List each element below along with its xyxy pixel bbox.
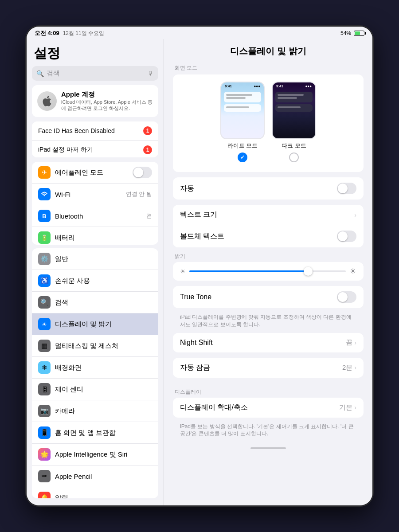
home-screen-row[interactable]: 📱 홈 화면 및 앱 보관함 (32, 422, 158, 444)
bold-toggle[interactable] (337, 231, 356, 242)
notifications-label: 알림 (55, 494, 152, 498)
sun-small-icon: ☀ (180, 268, 186, 275)
accessibility-row[interactable]: ♿ 손쉬운 사용 (32, 270, 158, 292)
search-settings-row[interactable]: 🔍 검색 (32, 292, 158, 313)
pencil-icon: ✏ (38, 470, 51, 482)
control-center-label: 제어 센터 (55, 385, 152, 394)
camera-row[interactable]: 📷 카메라 (32, 400, 158, 422)
notif-text-2: iPad 설정 마저 하기 (38, 146, 93, 154)
battery-icon (354, 31, 364, 36)
status-time: 오전 4:09 (35, 29, 59, 37)
apple-logo (37, 91, 57, 111)
night-shift-section: Night Shift 끔 › (173, 333, 364, 352)
scroll-indicator (250, 447, 286, 449)
brightness-thumb[interactable] (304, 267, 313, 276)
general-icon: ⚙️ (38, 253, 51, 265)
siri-row[interactable]: 🌟 Apple Intelligence 및 Siri (32, 444, 158, 466)
bluetooth-value: 켬 (146, 212, 152, 220)
wifi-row[interactable]: Wi-Fi 연결 안 됨 (32, 184, 158, 205)
light-mode-option[interactable]: 9:41 ●●● (220, 82, 265, 162)
notifications-icon: 🔔 (38, 492, 51, 498)
battery-percentage: 54% (340, 30, 351, 36)
control-center-row[interactable]: 🎛 제어 센터 (32, 379, 158, 400)
sidebar: 설정 🔍 검색 🎙 Apple 계정 (27, 39, 164, 505)
brightness-section-label: 밝기 (173, 253, 364, 262)
display-brightness-row[interactable]: ☀ 디스플레이 및 밝기 (32, 313, 158, 335)
display-scale-value: 기본 (339, 403, 352, 412)
multitasking-row[interactable]: ▦ 멀티태스킹 및 제스처 (32, 335, 158, 357)
battery-label: 배터리 (55, 234, 152, 242)
brightness-track[interactable] (189, 270, 346, 272)
search-placeholder: 검색 (47, 69, 145, 78)
auto-lock-row[interactable]: 자동 잠금 2분 › (173, 358, 364, 378)
wifi-icon (38, 188, 51, 200)
main-content: 설정 🔍 검색 🎙 Apple 계정 (27, 39, 372, 505)
light-mode-radio[interactable] (238, 153, 247, 162)
text-size-chevron: › (354, 211, 356, 219)
airplane-toggle[interactable] (133, 167, 152, 178)
bold-text-row[interactable]: 볼드체 텍스트 (173, 225, 364, 247)
airplane-mode-row[interactable]: ✈ 에어플레인 모드 (32, 162, 158, 184)
pencil-row[interactable]: ✏ Apple Pencil (32, 466, 158, 487)
mic-icon: 🎙 (148, 70, 154, 77)
notifications-row[interactable]: 🔔 알림 (32, 487, 158, 498)
home-screen-label: 홈 화면 및 앱 보관함 (55, 429, 152, 437)
brightness-slider-container[interactable]: ☀ ☀ (180, 266, 356, 276)
bold-text-label: 볼드체 텍스트 (180, 232, 337, 241)
pencil-label: Apple Pencil (55, 473, 152, 480)
wifi-value: 연결 안 됨 (126, 190, 152, 198)
bluetooth-row[interactable]: B Bluetooth 켬 (32, 205, 158, 227)
display-scale-description: iPad를 보는 방식을 선택합니다. '기본'은 제어기를 크게 표시합니다.… (173, 423, 364, 442)
airplane-icon: ✈ (38, 166, 51, 179)
face-id-notification[interactable]: Face ID Has Been Disabled 1 (32, 121, 158, 141)
sidebar-title: 설정 (27, 39, 164, 66)
auto-row[interactable]: 자동 (173, 177, 364, 200)
home-screen-icon: 📱 (38, 426, 51, 439)
control-center-icon: 🎛 (38, 383, 51, 395)
true-tone-section: True Tone (173, 286, 364, 308)
apple-account-info: Apple 계정 iCloud 데이터, App Store, Apple 서비… (61, 90, 153, 112)
bluetooth-icon: B (38, 210, 51, 222)
ipad-setup-notification[interactable]: iPad 설정 마저 하기 1 (32, 141, 158, 158)
battery-row[interactable]: 🔋 배터리 (32, 227, 158, 245)
battery-row-icon: 🔋 (38, 231, 51, 244)
general-settings-group: ⚙️ 일반 ♿ 손쉬운 사용 🔍 검색 ☀ 디스플레이 및 밝기 (32, 248, 158, 498)
auto-toggle[interactable] (337, 183, 356, 194)
auto-lock-chevron: › (354, 364, 356, 371)
airplane-label: 에어플레인 모드 (55, 168, 128, 177)
search-icon: 🔍 (36, 70, 44, 77)
night-shift-label: Night Shift (180, 339, 346, 347)
text-section: 텍스트 크기 › 볼드체 텍스트 (173, 205, 364, 247)
true-tone-row[interactable]: True Tone (173, 286, 364, 308)
multitasking-label: 멀티태스킹 및 제스처 (55, 342, 152, 350)
display-scale-section: 디스플레이 확대/축소 기본 › (173, 398, 364, 418)
true-tone-description: iPad 디스플레이를 주변광에 맞춰 자동으로 조정하여 색상이 다른 환경에… (173, 313, 364, 333)
dark-mode-label: 다크 모드 (282, 142, 306, 150)
status-bar: 오전 4:09 12월 11일 수요일 54% (27, 27, 372, 39)
night-shift-value: 끔 (346, 338, 352, 347)
dark-mode-option[interactable]: 9:41 ●●● (272, 82, 316, 162)
true-tone-toggle[interactable] (337, 291, 356, 303)
apple-account-card[interactable]: Apple 계정 iCloud 데이터, App Store, Apple 서비… (32, 85, 158, 117)
search-bar[interactable]: 🔍 검색 🎙 (32, 66, 158, 81)
general-row[interactable]: ⚙️ 일반 (32, 248, 158, 270)
text-size-row[interactable]: 텍스트 크기 › (173, 205, 364, 225)
siri-label: Apple Intelligence 및 Siri (55, 450, 152, 459)
accessibility-icon: ♿ (38, 274, 51, 287)
night-shift-row[interactable]: Night Shift 끔 › (173, 333, 364, 352)
wallpaper-row[interactable]: ❄ 배경화면 (32, 357, 158, 379)
screen: 오전 4:09 12월 11일 수요일 54% 설정 🔍 검색 (27, 27, 372, 505)
siri-icon: 🌟 (38, 448, 51, 461)
auto-lock-label: 자동 잠금 (180, 363, 342, 372)
display-scale-label: 디스플레이 확대/축소 (180, 403, 339, 412)
account-desc: iCloud 데이터, App Store, Apple 서비스 등에 접근하려… (61, 99, 153, 112)
display-scale-row[interactable]: 디스플레이 확대/축소 기본 › (173, 398, 364, 418)
dark-mode-radio[interactable] (289, 153, 299, 162)
auto-label: 자동 (180, 184, 337, 193)
display-scale-chevron: › (354, 404, 356, 411)
sun-large-icon: ☀ (349, 266, 356, 276)
text-size-label: 텍스트 크기 (180, 210, 354, 219)
status-date: 12월 11일 수요일 (63, 30, 104, 37)
display-section-header: 디스플레이 (173, 383, 364, 398)
notif-badge-1: 1 (143, 126, 152, 135)
